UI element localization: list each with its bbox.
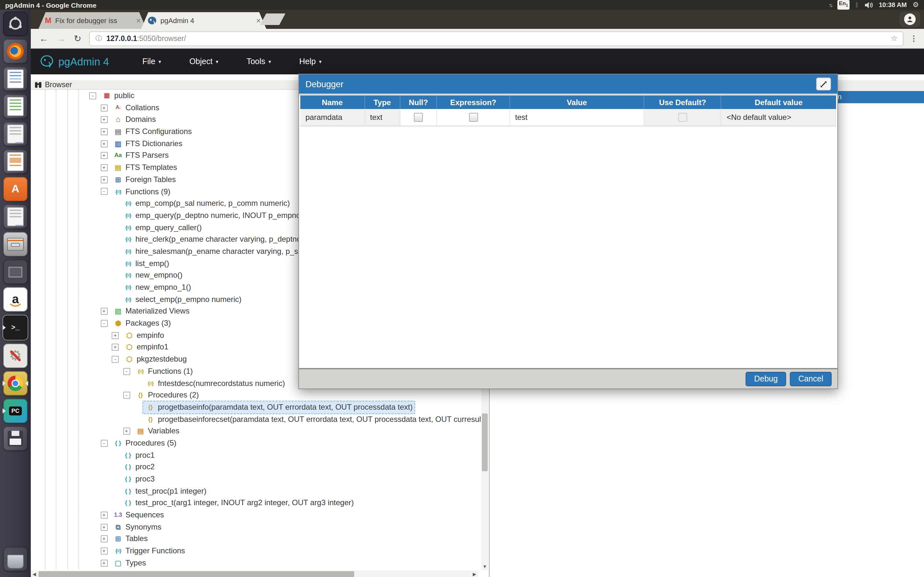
tree-item[interactable]: + {≡} Trigger Functions — [31, 545, 481, 557]
menu-item[interactable]: File ▾ — [128, 57, 175, 66]
menu-item[interactable]: Tools ▾ — [232, 57, 285, 66]
bluetooth-icon[interactable]: ᛒ — [855, 1, 859, 8]
tree-item[interactable]: + 1.3 Sequences — [31, 509, 481, 521]
reload-button[interactable]: ↻ — [74, 33, 81, 44]
tree-item[interactable]: + ▢ Types — [31, 557, 481, 569]
tree-expander[interactable]: - — [123, 392, 130, 399]
tree-expander[interactable] — [134, 380, 140, 386]
debug-button[interactable]: Debug — [746, 372, 786, 386]
tree-horizontal-scrollbar[interactable]: ◀ ▶ — [31, 571, 478, 577]
scroll-left-icon[interactable]: ◀ — [31, 571, 38, 577]
launcher-software-center-icon[interactable]: A — [3, 177, 27, 201]
tree-expander[interactable]: - — [111, 356, 119, 363]
launcher-ubuntu-dash-icon[interactable] — [3, 11, 27, 36]
tree-expander[interactable]: + — [100, 524, 107, 530]
keyboard-layout-indicator[interactable]: En1 — [838, 0, 849, 9]
launcher-libreoffice-impress-icon[interactable] — [3, 149, 27, 174]
tree-expander[interactable] — [134, 416, 140, 422]
tree-expander[interactable]: + — [111, 344, 119, 351]
tree-item[interactable]: - {} Procedures (2) — [31, 389, 481, 401]
tree-expander[interactable]: + — [100, 548, 107, 554]
clock[interactable]: 10:38 AM — [879, 1, 907, 8]
launcher-text-editor-icon[interactable]: ✎ — [3, 122, 27, 146]
tree-expander[interactable]: - — [100, 440, 107, 447]
tree-expander[interactable] — [111, 488, 118, 494]
tab-gmail[interactable]: M Fix for debugger iss ✕ — [39, 12, 146, 29]
network-indicator-icon[interactable]: ↑↓ — [829, 2, 832, 8]
expression-checkbox[interactable] — [469, 113, 478, 122]
scroll-down-icon[interactable]: ▼ — [481, 563, 488, 570]
null-checkbox[interactable] — [414, 113, 423, 122]
tree-expander[interactable] — [111, 476, 118, 482]
volume-icon[interactable] — [865, 2, 873, 8]
horizontal-scroll-thumb[interactable] — [39, 571, 354, 577]
launcher-amazon-icon[interactable]: a — [3, 287, 27, 311]
tab-pgadmin[interactable]: pgAdmin 4 ✕ — [141, 12, 266, 29]
tree-expander[interactable]: - — [100, 188, 107, 195]
tree-expander[interactable]: + — [111, 332, 119, 339]
launcher-terminal-icon[interactable]: >_ — [3, 315, 28, 340]
tree-item[interactable]: { } proc2 — [31, 461, 481, 473]
tree-expander[interactable]: - — [123, 367, 130, 375]
tree-expander[interactable]: - — [89, 92, 96, 99]
pgadmin-brand[interactable]: pgAdmin 4 — [40, 55, 109, 68]
tree-expander[interactable]: + — [100, 128, 107, 135]
launcher-trash-icon[interactable] — [0, 545, 31, 574]
session-gear-icon[interactable]: ⚙ — [913, 1, 919, 9]
tree-item[interactable]: + ⊞ Tables — [31, 533, 481, 545]
tree-expander[interactable]: + — [100, 164, 107, 171]
tree-item[interactable]: { } test_proc_t(arg1 integer, INOUT arg2… — [31, 497, 481, 509]
tree-item[interactable]: { } proc1 — [31, 449, 481, 461]
tree-expander[interactable] — [111, 237, 118, 242]
tree-item[interactable]: + ⧉ Synonyms — [31, 521, 481, 533]
tree-expander[interactable] — [134, 404, 140, 410]
launcher-archive-manager-icon[interactable] — [3, 232, 27, 256]
tree-item[interactable]: {} progetbaseinfo(paramdata text, OUT er… — [31, 401, 481, 413]
new-tab-button[interactable] — [260, 13, 285, 25]
tab-close-icon[interactable]: ✕ — [131, 17, 141, 24]
site-info-icon[interactable]: ⓘ — [95, 34, 102, 43]
tree-expander[interactable]: + — [100, 308, 107, 315]
back-button[interactable]: ← — [39, 33, 48, 44]
launcher-notes-icon[interactable]: ✎ — [3, 205, 27, 229]
profile-button[interactable] — [900, 11, 920, 27]
launcher-libreoffice-writer-icon[interactable] — [3, 67, 27, 91]
tree-expander[interactable] — [111, 500, 118, 506]
launcher-workspace-icon[interactable] — [3, 259, 27, 284]
address-bar[interactable]: ⓘ 127.0.0.1 :5050/browser/ ☆ — [89, 31, 903, 46]
menu-item[interactable]: Help ▾ — [285, 57, 336, 66]
tree-item[interactable]: - { } Procedures (5) — [31, 437, 481, 449]
tree-item[interactable]: + ▤ Variables — [31, 425, 481, 437]
tree-expander[interactable] — [111, 272, 118, 278]
vertical-scroll-thumb[interactable] — [482, 414, 488, 471]
tree-expander[interactable] — [111, 213, 118, 218]
launcher-libreoffice-calc-icon[interactable] — [3, 94, 27, 119]
tree-expander[interactable]: + — [100, 116, 107, 123]
dialog-titlebar[interactable]: Debugger — [299, 74, 837, 93]
tree-item[interactable]: { } proc3 — [31, 473, 481, 485]
tree-expander[interactable]: - — [100, 320, 107, 327]
tree-expander[interactable]: + — [123, 428, 130, 435]
tab-close-icon[interactable]: ✕ — [250, 17, 261, 24]
param-value-cell[interactable]: test — [510, 109, 644, 126]
tree-expander[interactable] — [111, 201, 118, 206]
chrome-menu-icon[interactable]: ⋮ — [910, 34, 918, 43]
tree-expander[interactable]: + — [100, 140, 107, 147]
tree-expander[interactable] — [111, 285, 118, 290]
launcher-firefox-icon[interactable] — [3, 39, 27, 63]
forward-button[interactable]: → — [57, 33, 65, 44]
tree-expander[interactable] — [111, 297, 118, 302]
tree-expander[interactable]: + — [100, 512, 107, 519]
bookmark-star-icon[interactable]: ☆ — [891, 34, 903, 43]
cancel-button[interactable]: Cancel — [790, 372, 832, 386]
tree-expander[interactable] — [111, 249, 118, 255]
launcher-floppy-icon[interactable] — [3, 426, 27, 451]
tree-expander[interactable] — [111, 452, 118, 458]
tree-expander[interactable]: + — [100, 152, 107, 159]
tree-expander[interactable] — [111, 464, 118, 470]
tree-expander[interactable]: + — [100, 104, 107, 111]
tree-expander[interactable]: + — [100, 536, 107, 543]
menu-item[interactable]: Object ▾ — [175, 57, 232, 66]
tree-item[interactable]: {} progetbaseinforecset(paramdata text, … — [31, 413, 481, 425]
expand-button[interactable] — [816, 77, 831, 90]
